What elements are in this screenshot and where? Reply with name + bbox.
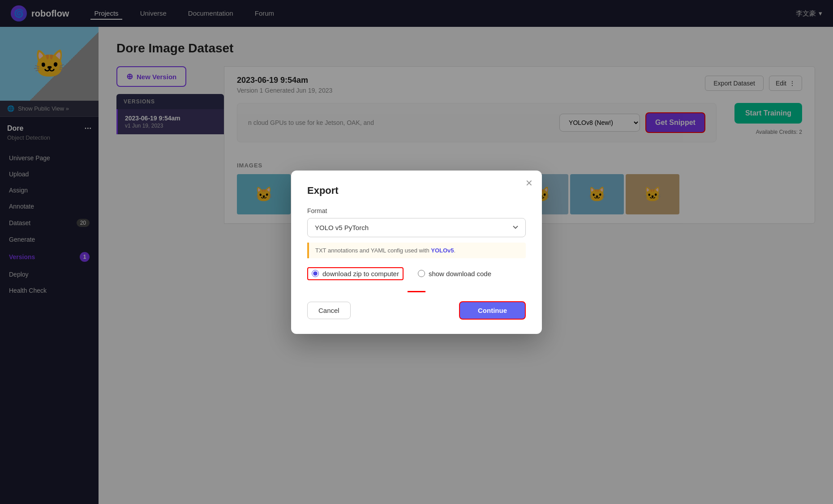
format-hint: TXT annotations and YAML config used wit… bbox=[307, 243, 526, 258]
hint-link[interactable]: YOLOv5 bbox=[431, 247, 454, 254]
download-zip-label: download zip to computer bbox=[322, 270, 399, 278]
download-zip-option[interactable]: download zip to computer bbox=[307, 267, 404, 280]
modal-buttons: Cancel Continue bbox=[307, 301, 526, 320]
modal-title: Export bbox=[307, 185, 526, 196]
download-options: download zip to computer show download c… bbox=[307, 267, 526, 280]
export-modal: ✕ Export Format YOLO v5 PyTorch TXT anno… bbox=[291, 171, 542, 334]
format-select[interactable]: YOLO v5 PyTorch bbox=[307, 218, 526, 237]
hint-dot: . bbox=[454, 247, 456, 254]
modal-overlay[interactable]: ✕ Export Format YOLO v5 PyTorch TXT anno… bbox=[0, 0, 833, 504]
hint-text: TXT annotations and YAML config used wit… bbox=[315, 247, 431, 254]
download-zip-radio[interactable] bbox=[312, 270, 319, 277]
continue-button[interactable]: Continue bbox=[459, 301, 526, 320]
show-code-option[interactable]: show download code bbox=[418, 270, 491, 278]
show-code-radio[interactable] bbox=[418, 270, 425, 277]
modal-divider bbox=[408, 291, 425, 292]
format-label: Format bbox=[307, 207, 526, 214]
modal-close-button[interactable]: ✕ bbox=[525, 178, 533, 188]
cancel-button[interactable]: Cancel bbox=[307, 302, 351, 319]
show-code-label: show download code bbox=[429, 270, 491, 278]
